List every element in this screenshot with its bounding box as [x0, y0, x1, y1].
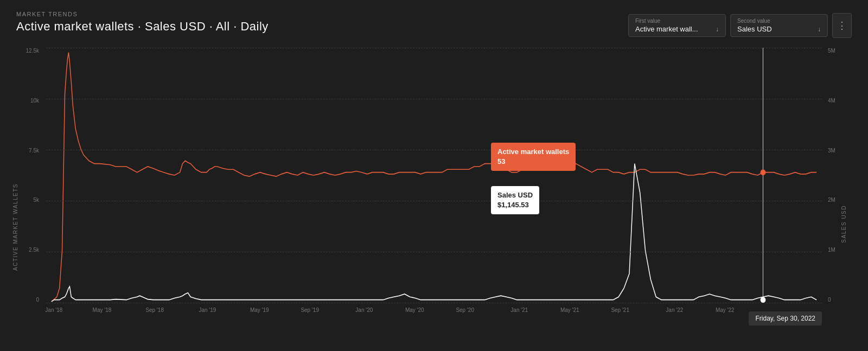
x-tick-4: May '19	[250, 307, 269, 313]
more-icon: ⋮	[837, 20, 847, 31]
second-value-value: Sales USD ↓	[737, 25, 821, 33]
first-value-arrow-icon: ↓	[716, 25, 719, 33]
grid-line-3	[46, 201, 822, 201]
x-tick-1: May '18	[93, 307, 112, 313]
y-axis-right-label: SALES USD	[841, 205, 847, 243]
header-right: First value Active market wall... ↓ Seco…	[628, 13, 852, 38]
first-value-label: First value	[635, 18, 719, 24]
header-left: MARKET TRENDS Active market wallets · Sa…	[16, 11, 269, 34]
grid-line-1	[46, 99, 822, 99]
tooltip-wallets-value: 53	[497, 157, 569, 167]
chart-title: Active market wallets · Sales USD · All …	[16, 20, 269, 34]
second-value-dropdown[interactable]: Second value Sales USD ↓	[730, 14, 828, 37]
x-tick-2: Sep '18	[145, 307, 164, 313]
tooltip-wallets-title: Active market wallets	[497, 147, 569, 157]
y-tick-left-1: 10k	[30, 98, 39, 104]
chart-wrapper: ACTIVE MARKET WALLETS 12.5k 10k 7.5k 5k …	[16, 42, 852, 330]
x-tick-3: Jan '19	[199, 307, 216, 313]
second-value-label: Second value	[737, 18, 821, 24]
tooltip-wallets: Active market wallets 53	[491, 143, 576, 171]
x-tick-7: May '20	[405, 307, 424, 313]
y-tick-left-5: 0	[36, 297, 39, 303]
more-button[interactable]: ⋮	[832, 13, 852, 38]
grid-line-4	[46, 252, 822, 252]
grid-line-0	[46, 48, 822, 48]
y-label-right-wrapper: SALES USD	[840, 170, 847, 278]
x-tick-11: Sep '21	[611, 307, 629, 313]
x-tick-0: Jan '18	[45, 307, 62, 313]
x-tick-6: Jan '20	[355, 307, 373, 313]
first-value-dropdown[interactable]: First value Active market wall... ↓	[628, 14, 726, 37]
main-container: MARKET TRENDS Active market wallets · Sa…	[0, 0, 868, 351]
header: MARKET TRENDS Active market wallets · Sa…	[16, 11, 852, 38]
tooltip-sales-value: $1,145.53	[497, 200, 533, 210]
x-tick-8: Sep '20	[456, 307, 474, 313]
y-tick-left-0: 12.5k	[26, 48, 39, 54]
grid-lines	[46, 48, 822, 303]
y-tick-right-4: 1M	[828, 247, 835, 253]
second-value-arrow-icon: ↓	[818, 25, 821, 33]
tooltip-sales-title: Sales USD	[497, 190, 533, 200]
first-value-value: Active market wall... ↓	[635, 25, 719, 33]
y-tick-right-2: 3M	[828, 148, 835, 154]
y-tick-right-5: 0	[828, 297, 831, 303]
y-tick-left-4: 2.5k	[29, 247, 39, 253]
date-tooltip: Friday, Sep 30, 2022	[749, 311, 822, 326]
y-tick-right-1: 4M	[828, 98, 835, 104]
x-axis: Jan '18 May '18 Sep '18 Jan '19 May '19 …	[46, 303, 822, 330]
y-tick-left-2: 7.5k	[29, 148, 39, 154]
x-tick-12: Jan '22	[666, 307, 683, 313]
x-tick-10: May '21	[560, 307, 579, 313]
market-trends-label: MARKET TRENDS	[16, 11, 269, 17]
tooltip-sales: Sales USD $1,145.53	[491, 186, 539, 214]
grid-line-2	[46, 150, 822, 150]
chart-area: Active market wallets 53 Sales USD $1,14…	[46, 48, 822, 303]
x-tick-9: Jan '21	[510, 307, 528, 313]
y-axis-right: 5M 4M 3M 2M 1M 0	[825, 48, 852, 303]
y-tick-left-3: 5k	[33, 197, 39, 203]
y-axis-left: 12.5k 10k 7.5k 5k 2.5k 0	[16, 48, 43, 303]
y-tick-right-3: 2M	[828, 197, 835, 203]
y-tick-right-0: 5M	[828, 48, 835, 54]
x-tick-13: May '22	[716, 307, 735, 313]
x-tick-5: Sep '19	[301, 307, 319, 313]
